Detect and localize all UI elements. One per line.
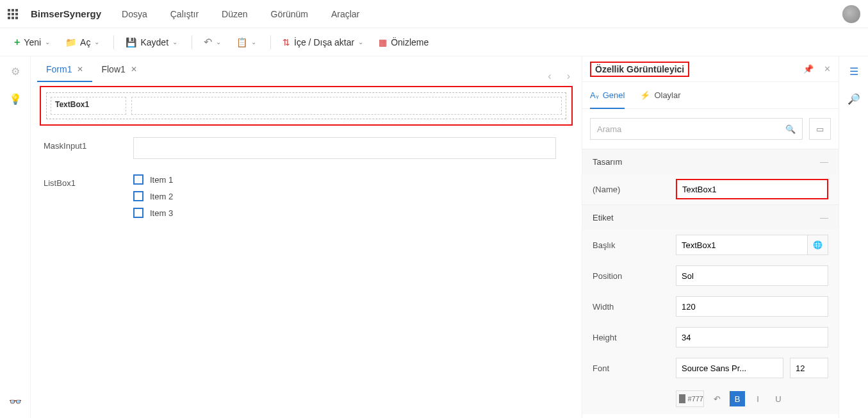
chevron-down-icon: ⌄: [358, 38, 363, 46]
prop-label: Font: [593, 364, 676, 373]
listbox-item-label: Item 3: [150, 208, 173, 218]
collapse-icon[interactable]: —: [820, 157, 828, 167]
textbox1-field[interactable]: [131, 97, 562, 115]
close-icon[interactable]: ✕: [77, 65, 83, 74]
menu-view[interactable]: Görünüm: [271, 9, 308, 19]
new-button[interactable]: Yeni⌄: [8, 32, 56, 53]
listbox-item[interactable]: Item 1: [133, 174, 573, 185]
lightbulb-icon[interactable]: 💡: [9, 93, 22, 105]
prop-row-name: (Name): [582, 174, 839, 205]
prop-label: Width: [593, 302, 676, 312]
name-field[interactable]: [676, 179, 828, 199]
prop-label: Position: [593, 271, 676, 281]
prop-row-width: Width: [582, 291, 839, 322]
font-size-field[interactable]: [790, 358, 828, 378]
italic-button[interactable]: I: [750, 391, 766, 406]
preview-button[interactable]: Önizleme: [372, 32, 435, 53]
bold-button[interactable]: B: [730, 391, 745, 406]
menu-edit[interactable]: Düzen: [222, 9, 247, 19]
prop-row-font: Font: [582, 353, 839, 383]
section-label: Etiket — Başlık 🌐 Position Width: [582, 205, 839, 414]
floppy-icon: [126, 37, 140, 47]
chevron-down-icon: ⌄: [216, 38, 221, 46]
position-field[interactable]: [676, 265, 828, 286]
prev-tab-icon[interactable]: ‹: [548, 71, 551, 82]
properties-tabs: AᵧGenel ⚡Olaylar: [582, 82, 839, 109]
form-row-textbox1[interactable]: TextBox1: [46, 92, 566, 119]
close-icon[interactable]: ✕: [131, 65, 137, 74]
list-view-icon[interactable]: ☰: [849, 65, 858, 78]
save-button[interactable]: Kaydet⌄: [119, 32, 184, 53]
collapse-all-button[interactable]: ▭: [809, 118, 831, 140]
tab-label: Olaylar: [654, 90, 680, 100]
color-chip[interactable]: #777: [676, 390, 704, 407]
listbox-item-label: Item 2: [150, 192, 173, 201]
import-export-label: İçe / Dışa aktar: [294, 37, 354, 47]
menu-file[interactable]: Dosya: [122, 9, 147, 19]
listbox-item[interactable]: Item 3: [133, 208, 573, 218]
settings-sliders-icon[interactable]: ⚙: [11, 65, 20, 78]
properties-panel: Özellik Görüntüleyici 📌 ✕ AᵧGenel ⚡Olayl…: [582, 56, 839, 418]
plus-icon: [14, 37, 24, 48]
undo-icon: [204, 36, 212, 48]
font-family-field[interactable]: [676, 358, 783, 378]
preview-icon: [379, 37, 391, 47]
import-export-button[interactable]: İçe / Dışa aktar⌄: [276, 32, 370, 53]
undo-button[interactable]: ⌄: [197, 32, 227, 53]
pin-icon[interactable]: 📌: [803, 64, 814, 74]
main: ⚙ 💡 👓 Form1 ✕ Flow1 ✕ ‹ › Te: [0, 56, 868, 418]
right-rail: ☰ 🔎: [839, 56, 868, 418]
search-placeholder: Arama: [597, 124, 621, 134]
close-icon[interactable]: ✕: [824, 64, 831, 74]
tab-general[interactable]: AᵧGenel: [590, 82, 625, 109]
left-rail: ⚙ 💡 👓: [0, 56, 31, 418]
selected-row-highlight: TextBox1: [40, 86, 573, 126]
tab-flow1[interactable]: Flow1 ✕: [92, 56, 145, 82]
chevron-down-icon: ⌄: [94, 38, 99, 46]
canvas-area: Form1 ✕ Flow1 ✕ ‹ › TextBox1: [31, 56, 582, 418]
width-field[interactable]: [676, 296, 828, 317]
checkbox-icon[interactable]: [133, 174, 143, 185]
tab-label: Genel: [603, 90, 625, 100]
properties-search-row: Arama 🔍 ▭: [582, 109, 839, 149]
undo-color-icon[interactable]: ↶: [709, 391, 725, 406]
menu-tools[interactable]: Araçlar: [331, 9, 359, 19]
separator: [270, 35, 271, 49]
caption-field[interactable]: [676, 235, 808, 255]
tab-events[interactable]: ⚡Olaylar: [640, 82, 680, 109]
prop-label: Başlık: [593, 240, 676, 250]
separator: [192, 35, 192, 49]
tab-form1[interactable]: Form1 ✕: [37, 56, 92, 82]
search-input[interactable]: Arama 🔍: [590, 118, 803, 140]
height-field[interactable]: [676, 327, 828, 347]
collapse-icon[interactable]: —: [820, 213, 828, 222]
brand-label: BimserSynergy: [31, 8, 101, 19]
clipboard-button[interactable]: ⌄: [230, 32, 263, 53]
chevron-down-icon: ⌄: [172, 38, 177, 46]
menu-run[interactable]: Çalıştır: [170, 9, 199, 19]
prop-row-position: Position: [582, 260, 839, 291]
checkbox-icon[interactable]: [133, 208, 143, 218]
section-title: Etiket: [593, 213, 614, 222]
listbox-item[interactable]: Item 2: [133, 191, 573, 201]
section-header[interactable]: Tasarım —: [582, 149, 839, 174]
maskinput1-field[interactable]: [133, 137, 556, 159]
underline-button[interactable]: U: [771, 391, 786, 406]
section-title: Tasarım: [593, 157, 622, 167]
form-canvas[interactable]: TextBox1 MaskInput1 ListBox1 Item 1 Item…: [31, 82, 582, 418]
checkbox-icon[interactable]: [133, 191, 143, 201]
next-tab-icon[interactable]: ›: [567, 71, 570, 82]
search-tree-icon[interactable]: 🔎: [848, 93, 860, 105]
prop-row-font-style: #777 ↶ B I U: [582, 383, 839, 414]
section-header[interactable]: Etiket —: [582, 205, 839, 230]
form-row-listbox1: ListBox1 Item 1 Item 2 Item 3: [40, 174, 573, 224]
glasses-icon[interactable]: 👓: [9, 396, 22, 408]
open-button[interactable]: Aç⌄: [59, 32, 106, 53]
avatar[interactable]: [842, 5, 860, 23]
search-icon: 🔍: [785, 124, 796, 134]
localize-icon[interactable]: 🌐: [808, 235, 828, 255]
chevron-down-icon: ⌄: [251, 38, 256, 46]
listbox1-items: Item 1 Item 2 Item 3: [133, 174, 573, 224]
apps-launcher-icon[interactable]: [8, 9, 18, 19]
folder-icon: [65, 37, 80, 47]
